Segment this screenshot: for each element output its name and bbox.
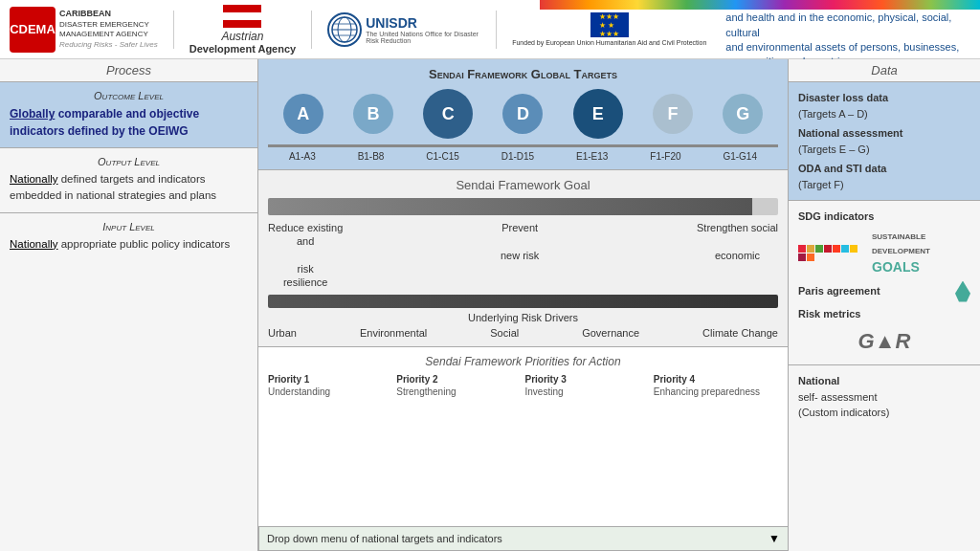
sendai-targets-title: Sendai Framework Global Targets [268, 67, 778, 81]
rainbow-bar [540, 0, 980, 10]
label-b: B1-B8 [358, 151, 385, 162]
cdema-text: CARIBBEAN DISASTER EMERGENCY MANAGEMENT … [59, 9, 158, 50]
sdg-color-3 [815, 245, 823, 253]
target-d: D [502, 94, 543, 134]
priority-4-text: Enhancing preparedness [654, 386, 778, 397]
outcome-level-row: Outcome Level Globally comparable and ob… [0, 82, 257, 148]
sdg-color-6 [841, 245, 849, 253]
target-e: E [573, 89, 623, 139]
target-b: B [353, 94, 393, 134]
main-content: Process Outcome Level Globally comparabl… [0, 59, 980, 551]
goal-prevent: Prevent new risk [501, 221, 539, 289]
middle-panel: Sendai Framework Global Targets A B C D … [258, 59, 789, 551]
input-level-row: Input Level Nationally appropriate publi… [0, 213, 257, 552]
nationally-link-input[interactable]: Nationally [10, 238, 58, 250]
separator-3 [496, 11, 497, 49]
cdema-logo: CDEMA CARIBBEAN DISASTER EMERGENCY MANAG… [10, 7, 158, 53]
risk-drivers-label: Underlying Risk Drivers [268, 312, 778, 323]
cdema-icon: CDEMA [10, 7, 56, 53]
priority-2: Priority 2 Strengthening [396, 374, 521, 397]
sdg-color-2 [807, 245, 814, 253]
unisdr-text: UNISDR The United Nations Office for Dis… [366, 15, 480, 44]
sdg-color-1 [798, 245, 806, 253]
risk-metrics-label: Risk metrics [798, 306, 860, 322]
sdg-logo-row: SUSTAINABLE DEVELOPMENT GOALS [798, 229, 970, 277]
priority-4-label: Priority 4 [654, 374, 778, 385]
dropdown-arrow-icon: ▼ [768, 532, 780, 545]
input-level-label: Input Level [10, 221, 248, 232]
globally-link[interactable]: Globally [10, 107, 55, 121]
priorities-grid: Priority 1 Understanding Priority 2 Stre… [268, 374, 778, 397]
dropdown-bar[interactable]: Drop down menu of national targets and i… [258, 526, 789, 551]
risk-metrics-row: Risk metrics [798, 306, 970, 322]
paris-row: Paris agreement [798, 281, 970, 302]
left-panel: Process Outcome Level Globally comparabl… [0, 59, 258, 551]
outcome-level-text: Globally comparable and objective indica… [10, 105, 248, 140]
priority-1-label: Priority 1 [268, 374, 392, 385]
target-g: G [723, 94, 763, 134]
input-level-text: Nationally appropriate public policy ind… [10, 236, 248, 253]
output-level-label: Output Level [10, 156, 248, 167]
data-input: National self- assessment (Custom indica… [789, 365, 980, 551]
label-e: E1-E13 [576, 151, 608, 162]
data-header: Data [789, 59, 980, 82]
risk-labels: Urban Environmental Social Governance Cl… [268, 327, 778, 339]
outcome-level-label: Outcome Level [10, 90, 248, 101]
risk-climate: Climate Change [702, 327, 778, 339]
priority-3: Priority 3 Investing [525, 374, 650, 397]
water-drop-icon [955, 281, 970, 302]
targets-line [268, 144, 778, 147]
cdema-logo-area: CDEMA CARIBBEAN DISASTER EMERGENCY MANAG… [0, 5, 716, 55]
sendai-targets-section: Sendai Framework Global Targets A B C D … [258, 59, 788, 170]
sdg-color-grid [798, 245, 864, 261]
eu-stars: ★★★★ ★★★★ [599, 12, 619, 38]
label-a: A1-A3 [289, 151, 316, 162]
targets-circles: A B C D E F G [268, 89, 778, 139]
sdg-indicators-label: SDG indicators [798, 209, 970, 225]
sdg-color-9 [807, 253, 814, 261]
sendai-priorities-section: Sendai Framework Priorities for Action P… [258, 347, 788, 551]
risk-urban: Urban [268, 327, 297, 339]
label-g: G1-G14 [723, 151, 757, 162]
sdg-color-5 [833, 245, 840, 253]
un-circle-icon [327, 12, 362, 47]
data-input-text: National self- assessment (Custom indica… [798, 373, 970, 421]
nationally-link-output[interactable]: Nationally [10, 173, 58, 185]
priority-4: Priority 4 Enhancing preparedness [654, 374, 778, 397]
input-level-desc: appropriate public policy indicators [61, 238, 230, 250]
dropdown-label: Drop down menu of national targets and i… [267, 533, 768, 544]
sdg-color-4 [824, 245, 832, 253]
paris-label: Paris agreement [798, 283, 880, 299]
goal-bar-inner [268, 198, 752, 215]
gvr-icon: G▲R [858, 329, 911, 353]
unisdr-logo: UNISDR The United Nations Office for Dis… [327, 12, 480, 47]
goal-items: Reduce existing and risk resilience Prev… [268, 221, 778, 289]
risk-environmental: Environmental [360, 327, 427, 339]
outcome-desc1: and health and in the economic, physical… [725, 11, 970, 40]
goal-bar [268, 198, 778, 215]
priority-2-text: Strengthening [396, 386, 521, 397]
austrian-subtitle: Development Agency [189, 43, 296, 55]
sdg-color-7 [850, 245, 858, 253]
priority-2-label: Priority 2 [396, 374, 521, 385]
risk-social: Social [490, 327, 519, 339]
target-a: A [283, 94, 323, 134]
priorities-title: Sendai Framework Priorities for Action [268, 355, 778, 368]
eu-flag-icon: ★★★★ ★★★★ [590, 12, 629, 37]
priority-1-text: Understanding [268, 386, 392, 397]
output-level-text: Nationally defined targets and indicator… [10, 171, 248, 205]
target-f: F [653, 94, 693, 134]
label-f: F1-F20 [650, 151, 680, 162]
label-c: C1-C15 [426, 151, 458, 162]
sendai-goal-section: Sendai Framework Goal Reduce existing an… [258, 170, 788, 347]
output-level-row: Output Level Nationally defined targets … [0, 148, 257, 213]
unisdr-subtitle: The United Nations Office for Disaster R… [366, 31, 480, 44]
separator-1 [173, 11, 174, 49]
unisdr-name: UNISDR [366, 15, 480, 31]
right-panel: Data Disaster loss data (Targets A – D) … [789, 59, 980, 551]
priority-3-text: Investing [525, 386, 650, 397]
risk-governance: Governance [582, 327, 639, 339]
data-output: SDG indicators [789, 201, 980, 365]
data-output-text: SDG indicators [798, 209, 970, 357]
separator-2 [311, 11, 312, 49]
